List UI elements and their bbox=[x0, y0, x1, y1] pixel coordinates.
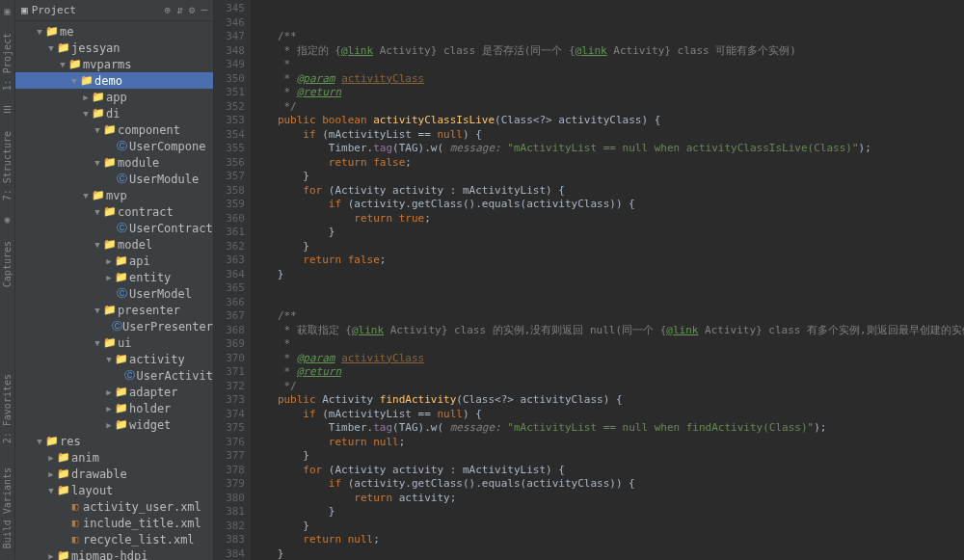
tree-node[interactable]: ◧include_title.xml bbox=[15, 515, 213, 531]
structure-tab[interactable]: 7: Structure bbox=[0, 127, 14, 204]
tree-label: res bbox=[60, 435, 81, 448]
project-icon[interactable]: ▣ bbox=[1, 6, 14, 19]
hide-icon[interactable]: ─ bbox=[201, 4, 207, 16]
tree-label: jessyan bbox=[71, 41, 120, 55]
tree-node[interactable]: ▶📁widget bbox=[15, 416, 213, 433]
folder-icon: 📁 bbox=[102, 123, 118, 136]
folder-icon: 📁 bbox=[91, 91, 106, 103]
tree-label: me bbox=[60, 25, 73, 39]
chevron-icon: ▼ bbox=[35, 437, 44, 446]
tree-node[interactable]: ▼📁layout bbox=[15, 482, 213, 498]
build-variants-tab[interactable]: Build Variants bbox=[0, 464, 14, 552]
tree-node[interactable]: ◧recycle_list.xml bbox=[15, 531, 213, 547]
tree-label: entity bbox=[129, 271, 171, 284]
collapse-icon[interactable]: ⇵ bbox=[176, 4, 183, 16]
chevron-icon: ▼ bbox=[93, 158, 102, 168]
tree-node[interactable]: ▶📁api bbox=[15, 253, 213, 269]
tree-node[interactable]: ▶📁holder bbox=[15, 400, 213, 416]
chevron-icon: ▶ bbox=[104, 404, 114, 413]
chevron-icon: ▶ bbox=[104, 256, 114, 266]
favorites-tab[interactable]: 2: Favorites bbox=[0, 370, 14, 447]
tree-label: model bbox=[118, 238, 152, 252]
folder-icon: 📁 bbox=[114, 386, 129, 398]
tree-node[interactable]: ▶📁adapter bbox=[15, 384, 213, 400]
tree-node[interactable]: ⒸUserContract bbox=[15, 220, 213, 236]
project-tab[interactable]: 1: Project bbox=[0, 29, 14, 94]
chevron-icon: ▼ bbox=[93, 306, 102, 315]
tree-label: mipmap-hdpi bbox=[71, 549, 147, 561]
captures-icon[interactable]: ◉ bbox=[1, 214, 14, 227]
tree-label: mvparms bbox=[83, 58, 132, 71]
folder-icon: 📁 bbox=[56, 549, 71, 560]
target-icon[interactable]: ⊕ bbox=[165, 4, 172, 16]
tree-label: UserPresenter bbox=[122, 320, 213, 333]
tree-label: api bbox=[129, 254, 150, 268]
folder-icon: 📁 bbox=[44, 25, 60, 38]
chevron-icon: ▼ bbox=[104, 355, 114, 364]
tree-label: adapter bbox=[129, 386, 178, 399]
chevron-icon: ▶ bbox=[104, 387, 114, 397]
tree-label: presenter bbox=[118, 304, 180, 317]
folder-icon: 📁 bbox=[114, 353, 129, 365]
chevron-icon: ▼ bbox=[46, 486, 56, 495]
tree-node[interactable]: ⒸUserModel bbox=[15, 285, 213, 302]
folder-icon: 📁 bbox=[114, 254, 129, 267]
folder-icon: 📁 bbox=[102, 336, 118, 349]
class-icon: Ⓒ bbox=[123, 368, 136, 383]
tree-node[interactable]: ▼📁mvp bbox=[15, 187, 213, 203]
tree-label: component bbox=[118, 123, 180, 137]
tree-label: anim bbox=[71, 451, 99, 465]
tree-node[interactable]: ◧activity_user.xml bbox=[15, 498, 213, 515]
tree-node[interactable]: ▼📁mvparms bbox=[15, 56, 213, 72]
tree-node[interactable]: ▼📁res bbox=[15, 433, 213, 449]
tree-node[interactable]: ▼📁model bbox=[15, 236, 213, 253]
tree-node[interactable]: ⒸUserActivit bbox=[15, 367, 213, 384]
tree-node[interactable]: ▶📁entity bbox=[15, 269, 213, 285]
folder-icon: 📁 bbox=[102, 304, 118, 316]
tree-label: demo bbox=[94, 74, 122, 88]
folder-icon: 📁 bbox=[67, 58, 83, 70]
tree-node[interactable]: ⒸUserModule bbox=[15, 171, 213, 187]
code-area[interactable]: /** * 指定的 {@link Activity} class 是否存活(同一… bbox=[251, 0, 964, 560]
editor: 345 346 347 348 349 350 351 352 353 354 … bbox=[214, 0, 964, 560]
tree-node[interactable]: ▼📁di bbox=[15, 105, 213, 121]
folder-icon: 📁 bbox=[56, 41, 71, 54]
tree-node[interactable]: ▼📁contract bbox=[15, 203, 213, 220]
folder-icon: 📁 bbox=[56, 484, 71, 496]
chevron-icon: ▼ bbox=[81, 191, 91, 200]
tree-node[interactable]: ▼📁activity bbox=[15, 351, 213, 367]
project-sidebar: ▣Project ⊕ ⇵ ⚙ ─ ▼📁me▼📁jessyan▼📁mvparms▼… bbox=[15, 0, 214, 560]
tree-node[interactable]: ▶📁mipmap-hdpi bbox=[15, 547, 213, 560]
tree-node[interactable]: ▼📁me bbox=[15, 23, 213, 40]
captures-tab[interactable]: Captures bbox=[0, 237, 14, 291]
tree-label: UserModel bbox=[129, 287, 192, 301]
tree-node[interactable]: ▶📁app bbox=[15, 89, 213, 105]
sidebar-title[interactable]: ▣Project bbox=[21, 4, 165, 16]
tree-node[interactable]: ⒸUserCompone bbox=[15, 138, 213, 154]
gear-icon[interactable]: ⚙ bbox=[189, 4, 196, 16]
folder-icon: 📁 bbox=[102, 156, 118, 169]
tree-node[interactable]: ▼📁presenter bbox=[15, 302, 213, 318]
class-icon: Ⓒ bbox=[114, 139, 129, 153]
structure-icon[interactable]: ☰ bbox=[1, 104, 14, 118]
xml-icon: ◧ bbox=[67, 500, 83, 513]
tree-label: activity bbox=[129, 353, 185, 366]
chevron-icon: ▼ bbox=[58, 60, 67, 69]
tree-node[interactable]: ▶📁anim bbox=[15, 449, 213, 466]
tree-node[interactable]: ▶📁drawable bbox=[15, 466, 213, 482]
tree-node[interactable]: ▼📁jessyan bbox=[15, 40, 213, 56]
tree-node[interactable]: ▼📁demo bbox=[15, 72, 213, 89]
project-tree[interactable]: ▼📁me▼📁jessyan▼📁mvparms▼📁demo▶📁app▼📁di▼📁c… bbox=[15, 21, 213, 560]
tree-label: ui bbox=[118, 336, 131, 350]
tree-node[interactable]: ▼📁component bbox=[15, 121, 213, 138]
tree-node[interactable]: ▼📁module bbox=[15, 154, 213, 171]
tree-label: app bbox=[106, 91, 127, 104]
tree-node[interactable]: ⒸUserPresenter bbox=[15, 318, 213, 334]
line-gutter: 345 346 347 348 349 350 351 352 353 354 … bbox=[214, 0, 251, 560]
chevron-icon: ▼ bbox=[35, 27, 44, 37]
tree-node[interactable]: ▼📁ui bbox=[15, 334, 213, 351]
folder-icon: 📁 bbox=[114, 271, 129, 283]
class-icon: Ⓒ bbox=[114, 221, 129, 235]
tree-label: widget bbox=[129, 418, 171, 432]
chevron-icon: ▼ bbox=[93, 338, 102, 348]
